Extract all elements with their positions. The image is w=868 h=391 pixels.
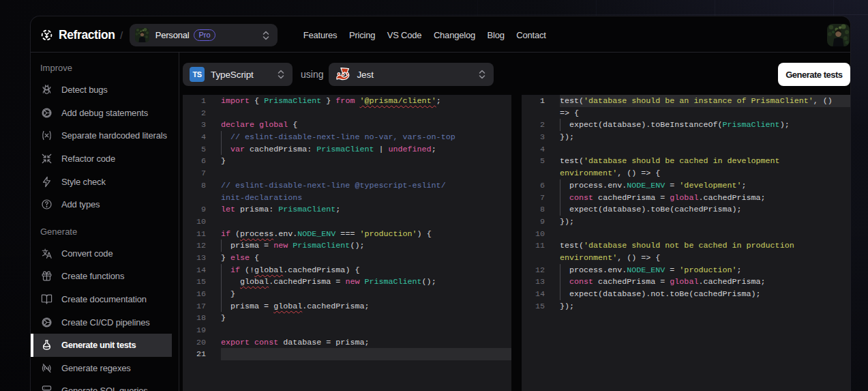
svg-text:TS: TS [193, 70, 202, 78]
